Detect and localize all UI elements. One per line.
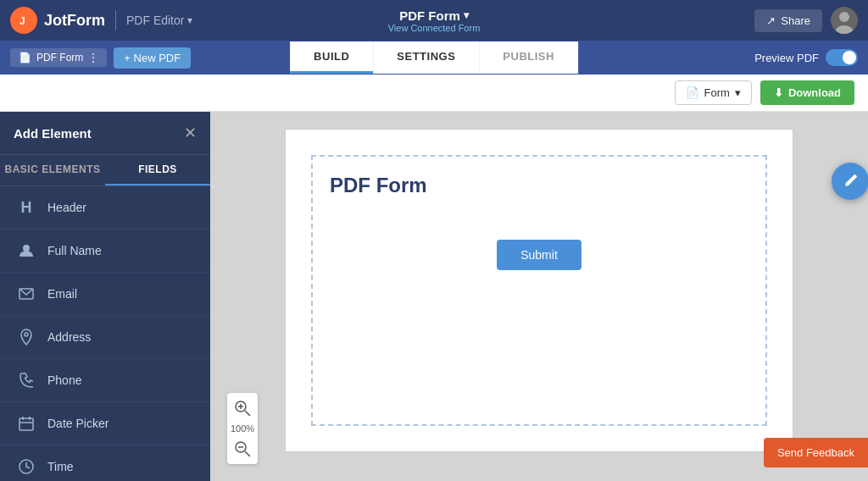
jotform-logo-icon: J [10,7,37,34]
sidebar-item-label: Header [47,201,86,214]
main-layout: Add Element ✕ BASIC ELEMENTS FIELDS H He… [0,112,868,481]
canvas-area: PDF Form Submit 100% [210,112,868,481]
logo-area: J JotForm [10,7,105,34]
file-icon: 📄 [19,52,31,64]
form-dropdown-button[interactable]: 📄 Form ▾ [675,80,752,105]
nav-divider [115,10,116,30]
toolbar: 📄 Form ▾ ⬇ Download [0,75,868,112]
tab-fields[interactable]: FIELDS [105,155,210,185]
sidebar-item-label: Date Picker [47,417,108,430]
sidebar-item-label: Phone [47,373,81,387]
time-icon [17,457,36,476]
pdf-canvas: PDF Form Submit [285,129,793,452]
preview-label: Preview PDF [754,52,819,64]
zoom-controls: 100% [227,393,258,464]
sidebar-header: Add Element ✕ [0,112,210,155]
zoom-in-button[interactable] [231,396,254,420]
tab-basic-elements[interactable]: BASIC ELEMENTS [0,155,105,185]
pdf-inner-border: PDF Form Submit [311,155,767,426]
submit-button[interactable]: Submit [497,240,581,270]
tab-build[interactable]: BUILD [290,41,373,74]
svg-rect-8 [19,418,33,430]
form-icon: 📄 [686,86,699,99]
sidebar: Add Element ✕ BASIC ELEMENTS FIELDS H He… [0,112,210,481]
fullname-icon [17,241,36,260]
sidebar-item-label: Address [47,330,91,344]
svg-line-15 [245,411,250,416]
sidebar-item-time[interactable]: Time [0,445,210,481]
svg-point-3 [839,12,849,22]
chevron-down-icon: ▾ [187,14,192,26]
toggle-knob [843,51,856,64]
pdf-form-badge: 📄 PDF Form ⋮ [10,48,107,67]
phone-icon [17,371,36,390]
download-button[interactable]: ⬇ Download [760,80,854,105]
sidebar-item-label: Email [47,287,77,301]
top-nav: J JotForm PDF Editor ▾ PDF Form ▾ View C… [0,0,868,41]
sidebar-item-label: Full Name [47,244,102,257]
preview-area: Preview PDF [754,49,858,66]
sidebar-title: Add Element [14,126,92,141]
close-icon[interactable]: ✕ [184,124,197,142]
main-tabs: BUILD SETTINGS PUBLISH [290,41,578,74]
fab-edit-button[interactable] [832,163,868,200]
datepicker-icon [17,414,36,433]
header-icon: H [17,198,36,217]
view-connected-link[interactable]: View Connected Form [388,23,481,33]
email-icon [17,285,36,303]
center-nav: PDF Form ▾ View Connected Form [388,8,481,33]
address-icon [17,328,36,346]
form-chevron-icon: ▾ [735,86,741,99]
share-icon: ↗ [766,14,776,27]
preview-toggle[interactable] [826,49,858,66]
pdf-form-title: PDF Form [330,174,427,197]
logo-text: JotForm [44,12,105,30]
form-title: PDF Form ▾ [399,8,469,23]
sidebar-tabs: BASIC ELEMENTS FIELDS [0,155,210,186]
badge-dots-icon: ⋮ [88,52,98,64]
new-pdf-button[interactable]: + New PDF [114,47,191,69]
sidebar-item-header[interactable]: H Header [0,186,210,229]
tab-settings[interactable]: SETTINGS [373,41,479,74]
svg-text:J: J [19,15,25,27]
send-feedback-button[interactable]: Send Feedback [764,438,868,467]
nav-right: ↗ Share [754,7,858,34]
sidebar-items: H Header Full Name Email Address [0,186,210,481]
svg-point-7 [25,333,28,336]
zoom-percentage: 100% [231,423,254,434]
sidebar-item-phone[interactable]: Phone [0,359,210,402]
form-title-chevron-icon: ▾ [464,9,469,21]
sidebar-item-datepicker[interactable]: Date Picker [0,402,210,445]
sidebar-item-address[interactable]: Address [0,316,210,359]
second-bar: 📄 PDF Form ⋮ + New PDF BUILD SETTINGS PU… [0,41,868,75]
tab-publish[interactable]: PUBLISH [479,41,578,74]
svg-point-5 [23,245,30,252]
zoom-out-button[interactable] [231,437,254,461]
avatar [831,7,858,34]
share-button[interactable]: ↗ Share [754,9,822,32]
sidebar-item-email[interactable]: Email [0,273,210,316]
svg-line-19 [245,451,250,456]
pdf-editor-label: PDF Editor ▾ [126,14,192,27]
sidebar-item-label: Time [47,460,74,473]
sidebar-item-fullname[interactable]: Full Name [0,229,210,273]
download-icon: ⬇ [774,86,783,99]
